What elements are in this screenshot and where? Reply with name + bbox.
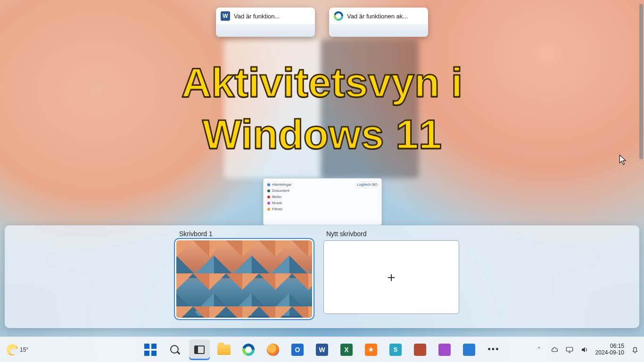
- window-thumbnail-explorer[interactable]: HämtningarLogitech BO Dokument Bilder Mu…: [263, 178, 382, 225]
- windows-icon: [144, 344, 157, 356]
- search-button[interactable]: [165, 339, 185, 360]
- overflow-button[interactable]: •••: [483, 339, 504, 360]
- word-icon: W: [221, 11, 230, 21]
- snagit-icon: S: [389, 344, 402, 356]
- list-item: Musik: [272, 201, 282, 205]
- monitor-icon: [565, 346, 574, 354]
- virtual-desktop-current[interactable]: [176, 240, 312, 318]
- device-label: Logitech BO: [357, 182, 378, 187]
- task-view-card-edge[interactable]: Vad är funktionen ak...: [329, 8, 428, 37]
- firefox-icon: [267, 344, 279, 356]
- onedrive-tray-icon[interactable]: [550, 346, 559, 354]
- svg-rect-0: [566, 347, 573, 351]
- task-view-card-thumbnail: [329, 25, 428, 37]
- affinity-designer-icon: [463, 344, 475, 356]
- desktop-thumbnail-wallpaper: [176, 240, 312, 318]
- bell-icon: [631, 346, 639, 354]
- edge-icon: [242, 344, 255, 356]
- new-desktop-button[interactable]: ＋: [323, 240, 459, 314]
- list-item: Filmer: [272, 207, 282, 211]
- display-tray-icon[interactable]: [565, 346, 574, 354]
- task-view-card-word[interactable]: W Vad är funktion...: [216, 8, 315, 37]
- scrollbar-thumb[interactable]: [639, 4, 643, 159]
- task-view-open-windows: W Vad är funktion... Vad är funktionen a…: [0, 8, 644, 37]
- excel-button[interactable]: X: [336, 339, 357, 360]
- affinity-designer-button[interactable]: [459, 339, 479, 360]
- weather-widget[interactable]: 15°: [7, 344, 28, 355]
- task-view-button[interactable]: [189, 339, 210, 360]
- task-view-card-title: Vad är funktion...: [234, 13, 310, 20]
- volume-tray-icon[interactable]: [580, 346, 589, 354]
- search-icon: [170, 345, 180, 355]
- affinity-photo-icon: [438, 344, 451, 356]
- weather-temp: 15°: [20, 346, 28, 353]
- list-item: Dokument: [272, 189, 289, 193]
- taskbar-date: 2024-09-10: [595, 350, 624, 356]
- word-button[interactable]: W: [312, 339, 332, 360]
- list-item: Bilder: [272, 195, 281, 199]
- excel-icon: X: [340, 344, 353, 356]
- blurred-window-preview: [224, 40, 322, 178]
- outlook-button[interactable]: O: [287, 339, 308, 360]
- more-icon: •••: [488, 345, 500, 354]
- list-item: Hämtningar: [272, 182, 291, 187]
- folder-icon: [217, 345, 231, 355]
- notifications-button[interactable]: [631, 346, 639, 354]
- speaker-icon: [580, 346, 589, 354]
- word-icon: W: [316, 344, 328, 356]
- tray-overflow-button[interactable]: ˄: [535, 346, 544, 354]
- outlook-icon: O: [291, 344, 304, 356]
- cloud-icon: [550, 346, 559, 354]
- affinity-publisher-icon: [414, 344, 426, 356]
- taskbar-time: 06:15: [595, 343, 624, 350]
- edge-icon: [334, 11, 343, 21]
- taskbar: 15° O W X ★ S ••• ˄ 06:15 2024-09-10: [0, 337, 644, 362]
- virtual-desktop-item: Nytt skrivbord ＋: [323, 230, 459, 314]
- foxit-reader-button[interactable]: ★: [361, 339, 381, 360]
- plus-icon: ＋: [385, 268, 398, 286]
- file-explorer-button[interactable]: [214, 339, 234, 360]
- start-button[interactable]: [140, 339, 161, 360]
- task-view-card-title: Vad är funktionen ak...: [347, 13, 423, 20]
- virtual-desktop-label: Skrivbord 1: [176, 230, 312, 238]
- blurred-window-preview: [321, 40, 419, 178]
- vertical-scrollbar[interactable]: [639, 4, 643, 330]
- clock-area[interactable]: 06:15 2024-09-10: [595, 343, 624, 356]
- firefox-button[interactable]: [263, 339, 283, 360]
- new-desktop-label: Nytt skrivbord: [323, 230, 459, 238]
- snagit-button[interactable]: S: [385, 339, 406, 360]
- virtual-desktop-item: Skrivbord 1: [176, 230, 312, 318]
- task-view-card-thumbnail: [216, 25, 315, 37]
- edge-button[interactable]: [238, 339, 259, 360]
- virtual-desktops-panel: Skrivbord 1 Nytt skrivbord ＋: [5, 225, 639, 328]
- weather-icon: [7, 344, 18, 355]
- affinity-photo-button[interactable]: [434, 339, 455, 360]
- task-view-icon: [194, 346, 205, 354]
- foxit-icon: ★: [365, 344, 377, 356]
- affinity-publisher-button[interactable]: [410, 339, 430, 360]
